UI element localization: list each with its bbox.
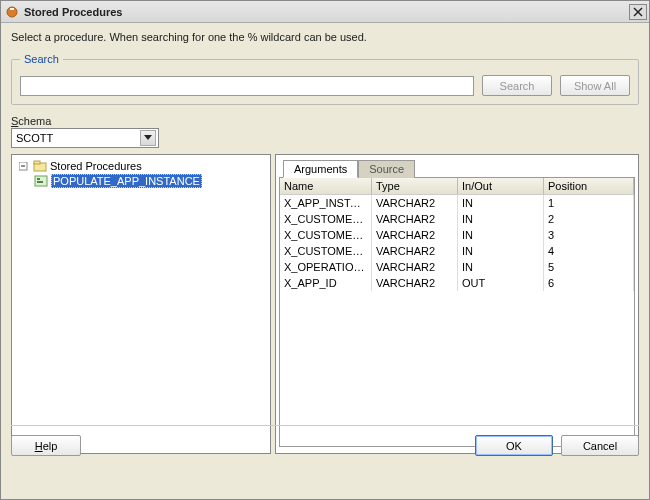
schema-label: Schema <box>11 115 639 127</box>
tree-panel: Stored Procedures POPULATE_APP_INSTANCE <box>11 154 271 454</box>
schema-value: SCOTT <box>16 132 140 144</box>
table-row[interactable]: X_CUSTOMER_ID VARCHAR2 IN 2 <box>280 211 634 227</box>
arguments-grid: Name Type In/Out Position X_APP_INSTAN..… <box>279 177 635 447</box>
grid-body: X_APP_INSTAN... VARCHAR2 IN 1 X_CUSTOMER… <box>280 195 634 446</box>
col-type[interactable]: Type <box>372 178 458 194</box>
titlebar: Stored Procedures <box>1 1 649 23</box>
folder-icon <box>33 160 47 172</box>
tab-source[interactable]: Source <box>358 160 415 178</box>
col-name[interactable]: Name <box>280 178 372 194</box>
table-row[interactable]: X_CUSTOMER_... VARCHAR2 IN 4 <box>280 243 634 259</box>
grid-header: Name Type In/Out Position <box>280 178 634 195</box>
tab-bar: Arguments Source <box>279 159 635 177</box>
tree-item-label: POPULATE_APP_INSTANCE <box>51 174 202 188</box>
details-panel: Arguments Source Name Type In/Out Positi… <box>275 154 639 454</box>
tree-root[interactable]: Stored Procedures <box>14 159 268 173</box>
col-position[interactable]: Position <box>544 178 634 194</box>
search-input[interactable] <box>20 76 474 96</box>
tab-arguments[interactable]: Arguments <box>283 160 358 178</box>
tree-item[interactable]: POPULATE_APP_INSTANCE <box>32 173 268 189</box>
svg-rect-8 <box>34 161 40 164</box>
dropdown-arrow-icon <box>140 130 156 146</box>
table-row[interactable]: X_CUSTOMER_... VARCHAR2 IN 3 <box>280 227 634 243</box>
col-inout[interactable]: In/Out <box>458 178 544 194</box>
procedure-icon <box>34 175 48 187</box>
svg-rect-10 <box>37 178 40 180</box>
svg-rect-1 <box>10 8 14 10</box>
search-group: Search Search Show All <box>11 53 639 105</box>
tree-root-label: Stored Procedures <box>50 160 142 172</box>
svg-rect-11 <box>37 181 43 183</box>
tree-collapse-icon <box>16 160 30 172</box>
instruction-text: Select a procedure. When searching for o… <box>11 31 639 43</box>
close-button[interactable] <box>629 4 647 20</box>
search-legend: Search <box>20 53 63 65</box>
help-button[interactable]: Help <box>11 435 81 456</box>
app-icon <box>5 5 19 19</box>
schema-select[interactable]: SCOTT <box>11 128 159 148</box>
table-row[interactable]: X_APP_INSTAN... VARCHAR2 IN 1 <box>280 195 634 211</box>
ok-button[interactable]: OK <box>475 435 553 456</box>
footer: Help OK Cancel <box>11 425 639 459</box>
table-row[interactable]: X_APP_ID VARCHAR2 OUT 6 <box>280 275 634 291</box>
showall-button[interactable]: Show All <box>560 75 630 96</box>
cancel-button[interactable]: Cancel <box>561 435 639 456</box>
svg-marker-4 <box>144 135 152 140</box>
window-title: Stored Procedures <box>24 6 122 18</box>
table-row[interactable]: X_OPERATION... VARCHAR2 IN 5 <box>280 259 634 275</box>
search-button[interactable]: Search <box>482 75 552 96</box>
